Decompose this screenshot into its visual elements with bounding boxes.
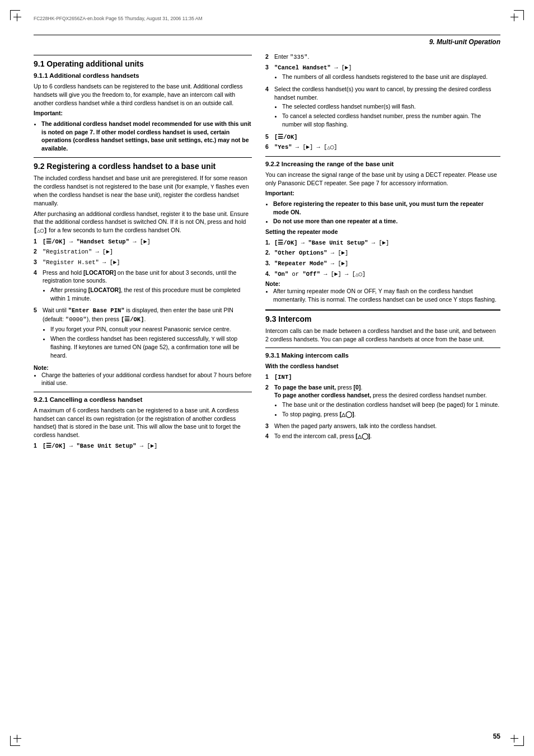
repeater-note: Note: After turning repeater mode ON or …: [265, 280, 500, 303]
sub-step: The base unit or the destination cordles…: [282, 401, 500, 409]
step-item: 4 Press and hold [LOCATOR] on the base u…: [34, 269, 252, 305]
step-item: 2 "Registration" → [►]: [34, 247, 252, 256]
section-92-body1: The included cordless handset and base u…: [34, 174, 252, 208]
sub-step: To stop paging, press [△◯].: [282, 410, 500, 419]
bullet-1-922: Before registering the repeater to this …: [273, 200, 484, 215]
step-item: 4 To end the intercom call, press [△◯].: [265, 432, 500, 440]
page-number: 55: [493, 732, 500, 740]
left-column: 9.1 Operating additional units 9.1.1 Add…: [34, 50, 252, 728]
section-921-title: 9.2.1 Cancelling a cordless handset: [34, 396, 252, 404]
header-rule: [34, 35, 500, 35]
section-93-body: Intercom calls can be made between a cor…: [265, 327, 500, 343]
section-921-body: A maximum of 6 cordless handsets can be …: [34, 406, 252, 439]
section-922-body: You can increase the signal range of the…: [265, 171, 500, 187]
important-label-911: Important:: [34, 109, 252, 118]
repeater-mode-label: Setting the repeater mode: [265, 228, 500, 236]
section-92-steps: 1 [☰/OK] → "Handset Setup" → [►] 2 "Regi…: [34, 237, 252, 362]
section-911-title: 9.1.1 Additional cordless handsets: [34, 72, 252, 80]
step-item: 1 [INT]: [265, 373, 500, 382]
step-item: 3 "Register H.set" → [►]: [34, 258, 252, 267]
section-91-title: 9.1 Operating additional units: [34, 59, 252, 69]
crosshair-bl: [13, 735, 21, 743]
intercom-steps: 1 [INT] 2 To page the base unit, press […: [265, 373, 500, 440]
bullet-1-911: The additional cordless handset model re…: [41, 120, 251, 152]
section-92-body2: After purchasing an additional cordless …: [34, 210, 252, 235]
section-92-title: 9.2 Registering a cordless handset to a …: [34, 161, 252, 171]
section-922-title: 9.2.2 Increasing the range of the base u…: [265, 160, 500, 168]
step-item: 3. "Repeater Mode" → [►]: [265, 259, 500, 268]
bullet-2-922: Do not use more than one repeater at a t…: [273, 218, 397, 224]
with-handset-label: With the cordless handset: [265, 362, 500, 370]
step-item: 1. [☰/OK] → "Base Unit Setup" → [►]: [265, 238, 500, 247]
note-item: Charge the batteries of your additional …: [41, 371, 252, 387]
sub-step: If you forget your PIN, consult your nea…: [50, 325, 252, 334]
file-info: FC228HK-PFQX2656ZA-en.book Page 55 Thurs…: [34, 16, 203, 21]
sub-step: When the cordless handset has been regis…: [50, 335, 252, 360]
step-item: 2 Enter "335".: [265, 53, 500, 62]
step-item: 2. "Other Options" → [►]: [265, 248, 500, 257]
repeater-steps: 1. [☰/OK] → "Base Unit Setup" → [►] 2. "…: [265, 238, 500, 279]
section-911-bullets: The additional cordless handset model re…: [41, 120, 252, 153]
crosshair-tr: [510, 13, 518, 21]
step-item: 4. "On" or "Off" → [►] → [△◯]: [265, 270, 500, 279]
step-item: 1 [☰/OK] → "Handset Setup" → [►]: [34, 237, 252, 246]
sub-step: To cancel a selected cordless handset nu…: [282, 112, 500, 128]
section-922-bullets: Before registering the repeater to this …: [273, 200, 500, 226]
important-label-922: Important:: [265, 189, 500, 198]
note-item: After turning repeater mode ON or OFF, Y…: [273, 287, 500, 303]
sub-step: The numbers of all cordless handsets reg…: [282, 73, 500, 81]
sub-step: After pressing [LOCATOR], the rest of th…: [50, 286, 252, 302]
right-column: 2 Enter "335". 3 "Cancel Handset" → [►] …: [265, 50, 500, 728]
section-93-title: 9.3 Intercom: [265, 314, 500, 324]
step-item: 3 When the paged party answers, talk int…: [265, 422, 500, 430]
step-item: 6 "Yes" → [►] → [△◯]: [265, 143, 500, 152]
section-911-body: Up to 6 cordless handsets can be registe…: [34, 82, 252, 107]
step-item: 4 Select the cordless handset(s) you wan…: [265, 85, 500, 130]
step-item: 3 "Cancel Handset" → [►] The numbers of …: [265, 63, 500, 83]
page-section-title: 9. Multi-unit Operation: [429, 38, 500, 46]
cancel-steps: 2 Enter "335". 3 "Cancel Handset" → [►] …: [265, 53, 500, 152]
crosshair-tl: [13, 13, 21, 21]
section-92-note: Note: Charge the batteries of your addit…: [34, 364, 252, 387]
section-921-steps: 1 [☰/OK] → "Base Unit Setup" → [►]: [34, 442, 252, 450]
step-item: 5 Wait until "Enter Base PIN" is display…: [34, 306, 252, 361]
crosshair-br: [510, 735, 518, 743]
section-931-title: 9.3.1 Making intercom calls: [265, 351, 500, 360]
page: FC228HK-PFQX2656ZA-en.book Page 55 Thurs…: [0, 0, 534, 756]
sub-step: The selected cordless handset number(s) …: [282, 102, 500, 111]
main-content: 9.1 Operating additional units 9.1.1 Add…: [34, 50, 500, 728]
step-item: 5 [☰/OK]: [265, 133, 500, 142]
step-item: 1 [☰/OK] → "Base Unit Setup" → [►]: [34, 442, 252, 450]
step-item: 2 To page the base unit, press [0].To pa…: [265, 383, 500, 421]
